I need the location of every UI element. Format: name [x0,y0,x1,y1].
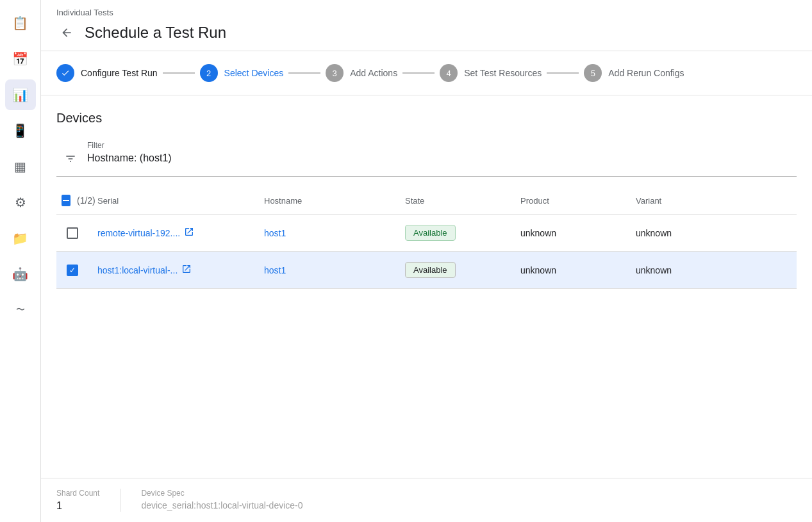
sidebar-item-settings[interactable]: ⚙ [5,187,36,218]
filter-label: Filter [87,141,172,150]
step-1-circle [56,64,74,82]
header: Individual Tests Schedule a Test Run [41,0,812,51]
sidebar-item-phone[interactable]: 📱 [5,115,36,146]
row1-checkbox[interactable] [67,227,78,239]
device-spec-value: device_serial:host1:local-virtual-device… [141,500,302,510]
footer-separator [120,489,120,512]
table-header: (1/2) Serial Hostname State Product Vari… [56,187,797,215]
indeterminate-bar [63,200,69,201]
devices-table: (1/2) Serial Hostname State Product Vari… [56,187,797,478]
filter-icon[interactable] [64,152,77,168]
shard-count-value: 1 [56,500,99,512]
row2-state: Available [400,257,515,283]
col-variant: Variant [631,193,797,208]
stepper: Configure Test Run 2 Select Devices 3 Ad… [41,51,812,95]
page-title: Schedule a Test Run [85,24,226,42]
pulse-icon: 〜 [16,304,25,316]
connector-3-4 [402,72,435,74]
table-row[interactable]: ✓ host1:local-virtual-... host1 Availabl… [56,252,797,289]
step-5-circle: 5 [584,64,602,82]
sidebar-item-calendar[interactable]: 📅 [5,44,36,74]
device-spec-field: Device Spec device_serial:host1:local-vi… [141,489,302,512]
step-1-label: Configure Test Run [81,68,158,78]
step-3[interactable]: 3 Add Actions [326,64,397,82]
row2-serial[interactable]: host1:local-virtual-... [92,259,259,282]
status-badge: Available [405,262,456,278]
calendar-icon: 📅 [12,51,28,67]
content-area: Devices Filter Hostname: (host1) [41,95,812,478]
step-5[interactable]: 5 Add Rerun Configs [584,64,684,82]
shard-count-label: Shard Count [56,489,99,498]
step-3-circle: 3 [326,64,344,82]
col-hostname: Hostname [259,193,400,208]
filter-value: Hostname: (host1) [87,152,172,164]
row1-product: unknown [515,223,631,243]
connector-2-3 [288,72,320,74]
row2-checkbox-cell[interactable]: ✓ [56,259,92,281]
step-5-label: Add Rerun Configs [608,68,684,78]
external-link-icon[interactable] [181,264,192,277]
footer: Shard Count 1 Device Spec device_serial:… [41,478,812,522]
col-serial: Serial [92,193,259,208]
row1-variant: unknown [631,223,797,243]
row1-hostname[interactable]: host1 [259,223,400,243]
folder-icon: 📁 [12,231,28,246]
filter-container: Filter Hostname: (host1) [56,136,797,177]
step-4-circle: 4 [440,64,458,82]
sidebar-item-clipboard[interactable]: 📋 [5,8,36,38]
shard-count-field: Shard Count 1 [56,489,99,512]
external-link-icon[interactable] [184,227,194,240]
chart-icon: 📊 [12,87,28,102]
device-spec-label: Device Spec [141,489,302,498]
row1-checkbox-cell[interactable] [56,222,92,244]
section-title: Devices [56,111,797,126]
main-content: Individual Tests Schedule a Test Run Con… [41,0,812,522]
android-icon: 🤖 [12,266,28,282]
status-badge: Available [405,225,456,241]
header-checkbox-area[interactable]: (1/2) [56,192,92,209]
row2-variant: unknown [631,260,797,281]
clipboard-icon: 📋 [12,15,28,31]
settings-icon: ⚙ [15,195,26,210]
step-2[interactable]: 2 Select Devices [200,64,284,82]
sidebar-item-dashboard[interactable]: ▦ [5,151,36,182]
col-product: Product [515,193,631,208]
row2-product: unknown [515,260,631,281]
phone-icon: 📱 [12,123,28,138]
connector-4-5 [547,72,579,74]
step-1[interactable]: Configure Test Run [56,64,158,82]
dashboard-icon: ▦ [14,159,26,174]
step-4[interactable]: 4 Set Test Resources [440,64,542,82]
step-2-label: Select Devices [224,68,284,78]
sidebar-item-chart[interactable]: 📊 [5,79,36,110]
row1-state: Available [400,220,515,246]
step-4-label: Set Test Resources [464,68,542,78]
row2-checkbox[interactable]: ✓ [67,265,78,276]
table-row[interactable]: remote-virtual-192.... host1 Available u… [56,215,797,252]
filter-field[interactable]: Filter Hostname: (host1) [87,141,172,164]
sidebar-item-android[interactable]: 🤖 [5,259,36,290]
sidebar-item-pulse[interactable]: 〜 [5,295,36,325]
back-button[interactable] [56,22,77,43]
sidebar: 📋 📅 📊 📱 ▦ ⚙ 📁 🤖 〜 [0,0,41,522]
select-all-checkbox[interactable] [62,195,70,206]
col-state: State [400,193,515,208]
row1-serial[interactable]: remote-virtual-192.... [92,222,259,245]
connector-1-2 [163,72,195,74]
row2-hostname[interactable]: host1 [259,260,400,281]
checkmark-icon: ✓ [69,266,76,275]
breadcrumb: Individual Tests [56,8,797,17]
step-3-label: Add Actions [350,68,397,78]
step-2-circle: 2 [200,64,218,82]
sidebar-item-folder[interactable]: 📁 [5,223,36,254]
